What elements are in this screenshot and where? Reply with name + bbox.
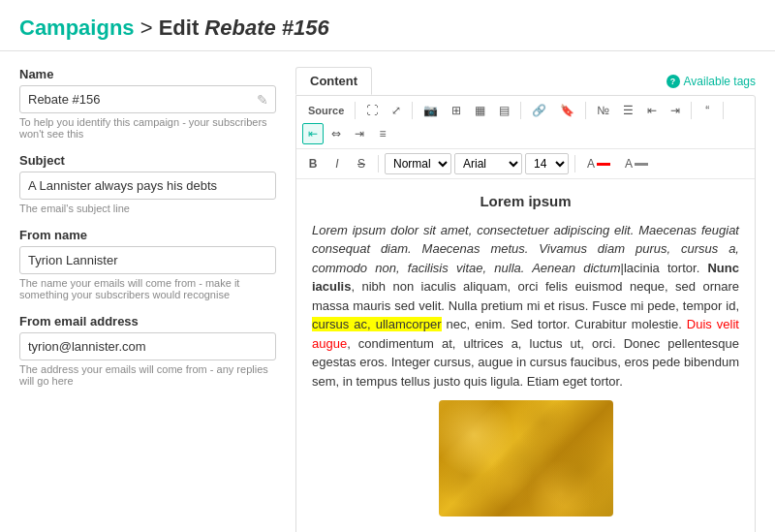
editor-content[interactable]: Lorem ipsum Lorem ipsum dolor sit amet, … [296, 179, 755, 532]
image-button[interactable]: 📷 [418, 100, 444, 121]
subject-group: Subject The email's subject line [19, 153, 276, 214]
edit-label: Edit [159, 16, 205, 40]
divider6 [723, 102, 724, 119]
strikethrough-button[interactable]: S [351, 153, 372, 174]
subject-label: Subject [19, 153, 276, 168]
page-title: Campaigns > Edit Rebate #156 [19, 16, 756, 41]
align-left-button[interactable]: ⇤ [302, 123, 324, 144]
name-input[interactable] [19, 85, 276, 113]
align-right-button[interactable]: ⇥ [349, 123, 370, 144]
main-content: Name ✎ To help you identify this campaig… [0, 51, 775, 532]
font-color-indicator [597, 163, 610, 166]
calendar-icon: ✎ [257, 92, 268, 108]
divider5 [691, 102, 692, 119]
body-text-1: lacinia tortor. [624, 261, 708, 275]
table-button[interactable]: ⊞ [446, 100, 467, 121]
content-title: Lorem ipsum [312, 191, 739, 213]
list-ol-button[interactable]: № [591, 100, 615, 121]
font-select[interactable]: Arial [454, 153, 522, 174]
from-name-group: From name The name your emails will come… [19, 228, 276, 300]
italic-button[interactable]: I [326, 153, 348, 174]
from-email-group: From email address The address your emai… [19, 314, 276, 387]
list-ul-button[interactable]: ☰ [617, 100, 639, 121]
unlink-button[interactable]: 🔖 [554, 100, 580, 121]
from-name-label: From name [19, 228, 276, 242]
coin-image [439, 400, 613, 516]
size-select[interactable]: 14 [525, 153, 569, 174]
name-label: Name [19, 67, 276, 81]
left-panel: Name ✎ To help you identify this campaig… [19, 67, 276, 532]
divider4 [585, 102, 586, 119]
available-tags[interactable]: ? Available tags [666, 75, 757, 88]
highlight-label: A [625, 157, 633, 171]
font-color-button[interactable]: A [581, 153, 616, 174]
indent-button[interactable]: ⇥ [665, 100, 686, 121]
subject-input[interactable] [19, 172, 276, 200]
content-tab[interactable]: Content [295, 67, 372, 95]
outdent-button[interactable]: ⇤ [641, 100, 663, 121]
link-button[interactable]: 🔗 [526, 100, 552, 121]
tab-bar: Content ? Available tags [295, 67, 756, 95]
fullscreen-button[interactable]: ⛶ [360, 100, 384, 121]
table-layout-button[interactable]: ▦ [469, 100, 491, 121]
divider1 [355, 102, 356, 119]
align-center-button[interactable]: ⇔ [326, 123, 347, 144]
name-input-wrapper: ✎ [19, 85, 276, 113]
content-body: Lorem ipsum dolor sit amet, consectetuer… [312, 221, 739, 391]
rebate-title: Rebate #156 [204, 16, 328, 40]
highlight-color-button[interactable]: A [619, 153, 654, 174]
top-bar: Campaigns > Edit Rebate #156 [0, 0, 775, 51]
divider8 [574, 155, 575, 172]
toolbar-row2: B I S Normal Arial 14 A [296, 149, 755, 179]
divider7 [378, 155, 379, 172]
divider2 [412, 102, 413, 119]
info-icon: ? [666, 75, 680, 88]
source-button[interactable]: Source [302, 100, 350, 121]
body-text-4: , condimentum at, ultrices a, luctus ut,… [312, 336, 739, 389]
body-text-2: , nibh non iaculis aliquam, orci felis e… [312, 279, 739, 313]
from-email-hint: The address your emails will come from -… [19, 363, 276, 387]
right-panel: Content ? Available tags Source ⛶ ⤢ 📷 ⊞ [295, 67, 756, 532]
table-extra-button[interactable]: ▤ [493, 100, 515, 121]
editor-wrapper: Source ⛶ ⤢ 📷 ⊞ ▦ ▤ 🔗 🔖 № ☰ ⇤ ⇥ [295, 95, 756, 532]
name-hint: To help you identify this campaign - you… [19, 116, 276, 140]
title-separator: > [135, 16, 159, 40]
align-justify-button[interactable]: ≡ [372, 123, 393, 144]
format-select[interactable]: Normal [385, 153, 451, 174]
font-color-label: A [587, 157, 595, 171]
body-text-3: nec, enim. Sed tortor. Curabitur molesti… [442, 317, 687, 331]
from-email-label: From email address [19, 314, 276, 329]
blockquote-button[interactable]: “ [697, 100, 718, 121]
highlight-color-indicator [635, 163, 648, 166]
campaigns-link[interactable]: Campaigns [19, 16, 135, 40]
name-group: Name ✎ To help you identify this campaig… [19, 67, 276, 140]
divider3 [520, 102, 521, 119]
bold-button[interactable]: B [302, 153, 324, 174]
available-tags-label: Available tags [684, 75, 757, 88]
highlighted-text: cursus ac, ullamcorper [312, 317, 442, 331]
maximize-button[interactable]: ⤢ [386, 100, 407, 121]
subject-hint: The email's subject line [19, 203, 276, 214]
toolbar-row1: Source ⛶ ⤢ 📷 ⊞ ▦ ▤ 🔗 🔖 № ☰ ⇤ ⇥ [296, 96, 755, 149]
from-email-input[interactable] [19, 332, 276, 360]
from-name-hint: The name your emails will come from - ma… [19, 277, 276, 300]
from-name-input[interactable] [19, 246, 276, 274]
